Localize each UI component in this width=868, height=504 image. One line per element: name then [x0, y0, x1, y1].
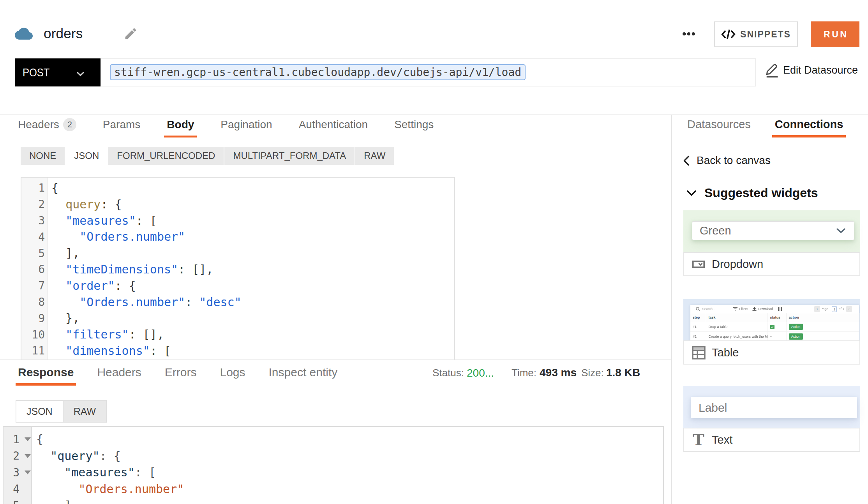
mini-page-of: of 1 — [839, 307, 844, 311]
http-method-select[interactable]: POST — [15, 58, 101, 86]
code-token: ], — [51, 246, 79, 260]
response-format-tabs: JSONRAW — [16, 400, 107, 423]
url-text: stiff-wren.gcp-us-central1.cubecloudapp.… — [114, 66, 521, 79]
tab-label: Connections — [775, 118, 843, 131]
fold-arrow-icon[interactable] — [19, 437, 31, 441]
back-to-canvas-link[interactable]: Back to canvas — [683, 154, 771, 167]
suggested-widget-table[interactable]: Search... Filters Download ‹ Page 1 — [683, 299, 860, 365]
tab-headers[interactable]: Headers2 — [18, 115, 76, 137]
response-format-raw[interactable]: RAW — [63, 401, 106, 422]
mini-cell: Action — [786, 322, 859, 332]
suggested-widget-dropdown[interactable]: Green Dropdown — [683, 210, 860, 276]
code-line: query: { — [51, 196, 454, 213]
edit-title-icon[interactable] — [123, 26, 138, 41]
suggested-widgets-header[interactable]: Suggested widgets — [686, 186, 818, 200]
gutter-line: 5 — [4, 497, 31, 504]
response-editor-gutter: 12345 — [4, 427, 32, 504]
body-type-tabs: NONEJSONFORM_URLENCODEDMULTIPART_FORM_DA… — [21, 147, 394, 165]
mini-action-button: Action — [789, 324, 803, 330]
tab-label: Body — [167, 118, 194, 131]
code-token: { — [51, 181, 58, 195]
response-tab-headers[interactable]: Headers — [97, 361, 141, 386]
code-line: "measures": [ — [36, 464, 663, 481]
mini-download-label: Download — [758, 307, 773, 311]
fold-arrow-icon[interactable] — [19, 471, 31, 474]
response-tab-errors[interactable]: Errors — [165, 361, 197, 386]
text-widget-row[interactable]: T Text — [683, 428, 860, 452]
request-body-editor[interactable]: 1234567891011 { query: { "measures": [ "… — [21, 177, 455, 359]
code-token: query — [65, 197, 101, 211]
run-button[interactable]: RUN — [811, 21, 859, 47]
response-format-json[interactable]: JSON — [16, 401, 63, 422]
tab-pagination[interactable]: Pagination — [221, 115, 272, 137]
meta-value: 493 ms — [540, 367, 577, 379]
code-line: "filters": [], — [51, 326, 454, 343]
datasource-cloud-icon — [15, 28, 33, 40]
dropdown-widget-row[interactable]: Dropdown — [683, 252, 860, 276]
code-token: "desc" — [199, 295, 241, 309]
response-tab-response[interactable]: Response — [18, 361, 74, 386]
tab-params[interactable]: Params — [103, 115, 140, 137]
code-line: "Orders.number" — [36, 481, 663, 498]
line-number: 2 — [13, 449, 19, 462]
edit-datasource-button[interactable]: Edit Datasource — [765, 62, 858, 78]
code-token — [51, 344, 65, 358]
more-actions-button[interactable] — [681, 22, 696, 46]
mini-table-grid: steptaskstatusaction #1Drop a tableActio… — [690, 313, 859, 340]
code-line: "measures": [ — [51, 213, 454, 229]
tab-label: Errors — [165, 366, 197, 379]
response-tabs: ResponseHeadersErrorsLogsInspect entity — [18, 361, 337, 386]
code-token — [36, 482, 78, 496]
code-token: : [ — [150, 344, 171, 358]
chevron-down-icon — [76, 71, 85, 76]
body-type-none[interactable]: NONE — [21, 147, 65, 165]
sidebar-tabs: DatasourcesConnections — [687, 115, 843, 137]
table-widget-preview: Search... Filters Download ‹ Page 1 — [683, 299, 860, 340]
gutter-line: 2 — [21, 196, 48, 213]
line-number: 4 — [38, 231, 45, 243]
body-type-json[interactable]: JSON — [65, 147, 108, 165]
meta-label: Time: — [512, 367, 536, 379]
body-type-form-urlencoded[interactable]: FORM_URLENCODED — [108, 147, 224, 165]
code-token: "filters" — [65, 328, 129, 341]
edit-datasource-label: Edit Datasource — [783, 64, 858, 76]
code-token: : [], — [129, 328, 164, 341]
tab-authentication[interactable]: Authentication — [299, 115, 368, 137]
line-number: 10 — [32, 328, 45, 341]
suggested-widgets-title: Suggested widgets — [704, 186, 818, 200]
body-type-multipart-form-data[interactable]: MULTIPART_FORM_DATA — [224, 147, 355, 165]
line-number: 9 — [38, 312, 45, 325]
sidebar-tab-datasources[interactable]: Datasources — [687, 115, 751, 137]
tab-body[interactable]: Body — [167, 115, 194, 137]
gutter-line: 11 — [21, 343, 48, 359]
tab-label: Logs — [220, 366, 245, 379]
tab-label: Pagination — [221, 118, 272, 131]
code-token: "dimensions" — [65, 344, 150, 358]
response-tab-logs[interactable]: Logs — [220, 361, 245, 386]
code-token: "measures" — [65, 214, 136, 227]
tab-label: Headers — [18, 118, 59, 131]
response-divider — [0, 359, 671, 360]
next-page-icon: › — [846, 306, 852, 312]
gutter-line: 6 — [21, 261, 48, 278]
snippets-button[interactable]: SNIPPETS — [714, 21, 798, 47]
gutter-line: 4 — [21, 229, 48, 245]
fold-arrow-icon[interactable] — [19, 454, 31, 458]
code-token: }, — [51, 311, 79, 325]
code-token — [51, 230, 79, 243]
body-type-raw[interactable]: RAW — [355, 147, 394, 165]
response-body-viewer[interactable]: 12345 { "query": { "measures": [ "Orders… — [3, 426, 664, 504]
code-token: "query" — [50, 449, 99, 463]
mini-cell — [767, 322, 786, 332]
sidebar-tab-connections[interactable]: Connections — [775, 115, 843, 137]
table-widget-row[interactable]: Table — [683, 340, 860, 365]
request-editor-gutter: 1234567891011 — [21, 178, 48, 359]
tab-label: Settings — [394, 118, 434, 131]
url-input[interactable]: stiff-wren.gcp-us-central1.cubecloudapp.… — [101, 58, 756, 86]
dropdown-preview-select: Green — [692, 221, 854, 240]
tab-label: Datasources — [687, 118, 751, 131]
mini-table-row: #1Drop a tableAction — [690, 322, 859, 332]
tab-settings[interactable]: Settings — [394, 115, 434, 137]
suggested-widget-text[interactable]: Label T Text — [683, 386, 860, 452]
response-tab-inspect-entity[interactable]: Inspect entity — [269, 361, 338, 386]
